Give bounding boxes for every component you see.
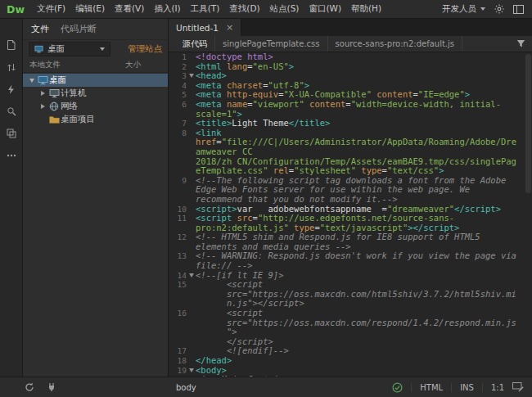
files-panel: 文件 代码片断 桌面 管理站点 本地文件 大小 桌面计算机网络桌面项目 [23, 19, 169, 377]
fold-gutter [187, 309, 196, 318]
code-row: 1<!doctype html> [169, 52, 532, 62]
live-view-icon[interactable] [4, 83, 19, 96]
inspect-icon[interactable] [4, 105, 19, 118]
fold-gutter [187, 62, 196, 72]
manage-sites-link[interactable]: 管理站点 [128, 43, 162, 55]
connect-server-icon[interactable] [47, 382, 56, 392]
menu-item[interactable]: 站点(S) [265, 0, 304, 18]
code-row: 16 <script [169, 309, 532, 318]
code-view[interactable]: 1<!doctype html>2<html lang="en-US">3<he… [169, 52, 532, 377]
document-tab[interactable]: Untitled-1 × [169, 19, 241, 36]
code-row: 6<meta name="viewport" content="width=de… [169, 100, 532, 110]
code-row: Edge Web Fonts server for use within the… [169, 185, 532, 195]
code-row: 3<head> [169, 71, 532, 81]
related-file[interactable]: 源代码 [175, 36, 215, 52]
line-number: 11 [169, 214, 187, 223]
divider [482, 383, 483, 392]
code-fold-icon[interactable] [187, 71, 196, 81]
code-row: n.js"></script> [169, 299, 532, 309]
fold-gutter [187, 81, 196, 91]
line-number: 1 [169, 52, 187, 62]
expand-icon[interactable] [38, 104, 47, 109]
code-row: 2<html lang="en-US"> [169, 62, 532, 72]
vertical-scrollbar[interactable] [525, 54, 531, 193]
line-number: 3 [169, 71, 187, 81]
menu-item[interactable]: 编辑(E) [70, 0, 110, 18]
menu-item[interactable]: 文件(F) [32, 0, 70, 18]
collapse-icon[interactable] [27, 79, 36, 83]
fold-gutter [187, 205, 196, 214]
code-row: 9<!--The following script tag downloads … [169, 176, 532, 186]
cursor-position-indicator: 1:1 [491, 383, 504, 392]
code-row: </script> [169, 337, 532, 347]
fold-gutter [187, 185, 196, 195]
tree-item[interactable]: 计算机 [23, 87, 168, 100]
menu-item[interactable]: 查找(D) [224, 0, 264, 18]
line-number [169, 157, 187, 167]
customize-toolbar-icon[interactable] [4, 149, 19, 162]
live-preview-icon[interactable] [512, 382, 524, 392]
cc-libraries-icon[interactable] [4, 127, 19, 140]
files-panel-tabs: 文件 代码片断 [23, 19, 168, 40]
line-number [169, 337, 187, 347]
tab-files[interactable]: 文件 [31, 23, 49, 35]
workspace-switcher[interactable]: 开发人员 [442, 3, 485, 15]
menu-item[interactable]: 窗口(W) [304, 0, 346, 18]
menu-item[interactable]: 工具(T) [186, 0, 225, 18]
refresh-icon[interactable] [25, 382, 34, 392]
code-row: 19<body> [169, 366, 532, 376]
line-number [169, 299, 187, 309]
related-file[interactable]: source-sans-pro:n2:default.js [328, 36, 462, 52]
code-fold-icon[interactable] [187, 271, 196, 281]
tab-snippets[interactable]: 代码片断 [61, 23, 97, 35]
menu-item[interactable]: 查看(V) [110, 0, 149, 18]
tree-item-label: 桌面 [49, 74, 66, 86]
desktop-icon [36, 75, 49, 85]
fold-gutter [187, 337, 196, 347]
code-row: 15 <script [169, 280, 532, 290]
line-number: 14 [169, 271, 187, 281]
line-number: 10 [169, 205, 187, 214]
code-fold-icon[interactable] [187, 366, 196, 376]
fold-gutter [187, 129, 196, 138]
line-number: 6 [169, 100, 187, 110]
workspace-label: 开发人员 [442, 3, 476, 15]
files-tree: 桌面计算机网络桌面项目 [23, 73, 168, 377]
folder-icon [47, 115, 61, 124]
column-local-files[interactable]: 本地文件 [29, 60, 61, 70]
tree-item[interactable]: 桌面项目 [23, 113, 168, 126]
desktop-icon [34, 45, 43, 53]
tag-selector-body[interactable]: body [168, 383, 196, 392]
open-documents-icon[interactable] [4, 38, 19, 52]
line-number: 16 [169, 309, 187, 318]
tree-item[interactable]: 桌面 [23, 74, 168, 87]
column-size[interactable]: 大小 [125, 60, 161, 70]
fold-gutter [187, 176, 196, 186]
line-number [169, 261, 187, 271]
network-icon [47, 102, 61, 111]
menu-item[interactable]: 帮助(H) [346, 0, 386, 18]
fold-gutter [187, 242, 196, 252]
close-tab-icon[interactable]: × [226, 23, 233, 32]
menu-item[interactable]: 插入(I) [149, 0, 185, 18]
insert-mode-indicator[interactable]: INS [460, 383, 474, 392]
fold-gutter [187, 280, 196, 290]
code-row: amweaver CC [169, 147, 532, 157]
site-selector-dropdown[interactable]: 桌面 [29, 42, 110, 56]
code-row: 2018/zh_CN/Configuration/Temp/Assets/eam… [169, 157, 532, 167]
doc-type-indicator[interactable]: HTML [420, 383, 443, 392]
fold-gutter [187, 251, 196, 261]
fold-gutter [187, 138, 196, 147]
related-file[interactable]: singlePageTemplate.css [215, 36, 328, 52]
file-management-icon[interactable] [4, 61, 19, 74]
code-row: src="https://oss.maxcdn.com/html5shiv/3.… [169, 290, 532, 300]
window-layout-icon[interactable] [513, 5, 524, 14]
expand-icon[interactable] [38, 91, 47, 96]
tree-item[interactable]: 网络 [23, 100, 168, 113]
fold-gutter [187, 318, 196, 328]
code-row: 18</head> [169, 356, 532, 366]
lint-ok-icon[interactable] [392, 382, 403, 393]
filter-related-files-icon[interactable] [516, 39, 532, 48]
fold-gutter [187, 157, 196, 167]
gear-icon[interactable] [494, 4, 504, 14]
